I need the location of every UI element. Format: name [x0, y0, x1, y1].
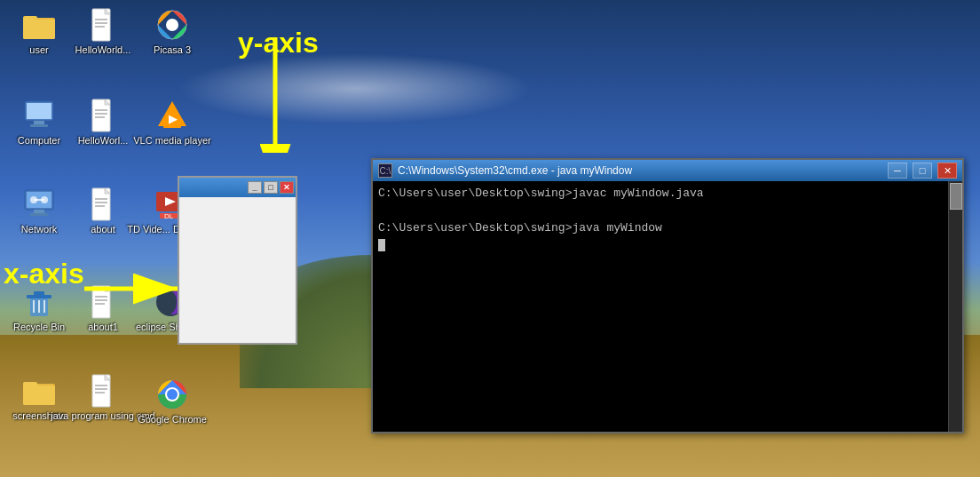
svg-rect-12 [34, 121, 44, 124]
x-axis-label: x-axis [4, 258, 84, 290]
svg-rect-29 [30, 213, 48, 216]
chrome-icon [154, 377, 190, 412]
cmd-body: C:\Users\user\Desktop\swing>javac myWind… [373, 181, 948, 432]
desktop-icon-helloworld1[interactable]: HelloWorld... [71, 7, 135, 56]
cmd-line-2 [378, 203, 943, 220]
picasa-icon [154, 7, 190, 43]
cmd-line-3: C:\Users\user\Desktop\swing>java myWindo… [378, 219, 943, 237]
cmd-scroll-thumb[interactable] [950, 183, 962, 210]
desktop-icon-about[interactable]: about [71, 187, 135, 235]
icon-label-vlc: VLC media player [133, 135, 210, 147]
desktop-icon-vlc[interactable]: ▶ VLC media player [140, 98, 204, 147]
desktop-icon-network[interactable]: Network [7, 187, 71, 235]
svg-point-66 [167, 389, 178, 400]
svg-text:DL: DL [164, 212, 174, 220]
vlc-icon: ▶ [154, 98, 190, 133]
cmd-minimize-btn[interactable]: ─ [888, 163, 907, 179]
cmd-line-4 [378, 237, 943, 255]
document-icon-2 [85, 98, 121, 133]
icon-label-computer: Computer [18, 135, 60, 147]
cmd-cursor [378, 239, 385, 251]
cmd-title-text: C:\Windows\System32\cmd.exe - java myWin… [398, 164, 882, 177]
svg-rect-13 [30, 124, 48, 127]
desktop-icon-computer[interactable]: Computer [7, 98, 71, 147]
swing-content-area [179, 197, 296, 343]
svg-rect-58 [23, 386, 55, 405]
swing-window: _ □ ✕ [178, 176, 297, 345]
desktop-icon-picasa[interactable]: Picasa 3 [140, 7, 204, 56]
icon-label-helloworld1: HelloWorld... [75, 44, 131, 56]
swing-close-btn[interactable]: ✕ [280, 181, 294, 194]
cmd-title-icon: C:\ [378, 163, 392, 178]
icon-label-about: about [91, 224, 115, 235]
cmd-body-container: C:\Users\user\Desktop\swing>javac myWind… [373, 181, 962, 432]
x-axis-arrow [80, 271, 186, 306]
desktop-icon-user[interactable]: user [7, 7, 71, 56]
desktop-icon-helloworld2[interactable]: HelloWorl... [71, 98, 135, 147]
svg-rect-2 [23, 20, 55, 39]
desktop-icon-chrome[interactable]: Google Chrome [140, 377, 204, 425]
cmd-line-1: C:\Users\user\Desktop\swing>javac myWind… [378, 185, 943, 203]
cmd-maximize-btn[interactable]: □ [913, 163, 932, 179]
icon-label-network: Network [21, 224, 57, 235]
desktop-icon-javacmd[interactable]: java program using cmd [71, 373, 135, 422]
desktop: user HelloWorld... Picasa [0, 0, 980, 477]
svg-point-9 [166, 19, 178, 31]
document-icon [85, 7, 121, 43]
folder-icon [21, 7, 57, 43]
cmd-close-btn[interactable]: ✕ [937, 163, 957, 179]
swing-titlebar: _ □ ✕ [179, 178, 296, 197]
svg-text:▶: ▶ [169, 113, 178, 125]
swing-minimize-btn[interactable]: _ [248, 181, 262, 194]
svg-rect-28 [34, 210, 44, 213]
icon-label-helloworld2: HelloWorl... [78, 135, 129, 147]
icon-label-user: user [29, 44, 48, 56]
y-axis-arrow [257, 28, 311, 153]
cmd-window: C:\ C:\Windows\System32\cmd.exe - java m… [371, 158, 964, 433]
cmd-titlebar: C:\ C:\Windows\System32\cmd.exe - java m… [373, 160, 962, 181]
icon-label-recycle: Recycle Bin [13, 322, 65, 333]
screenshots-folder-icon [21, 373, 57, 409]
svg-rect-42 [34, 291, 44, 296]
network-icon [21, 187, 57, 222]
icon-label-about1: about1 [88, 322, 118, 333]
swing-maximize-btn[interactable]: □ [264, 181, 278, 194]
cmd-scrollbar[interactable] [948, 181, 962, 432]
computer-icon [21, 98, 57, 133]
java-doc-icon [85, 373, 121, 409]
icon-label-chrome: Google Chrome [138, 414, 207, 425]
about-doc-icon [85, 187, 121, 222]
desktop-icon-recycle[interactable]: Recycle Bin [7, 284, 71, 333]
svg-rect-11 [27, 103, 51, 119]
icon-label-picasa: Picasa 3 [154, 44, 191, 56]
